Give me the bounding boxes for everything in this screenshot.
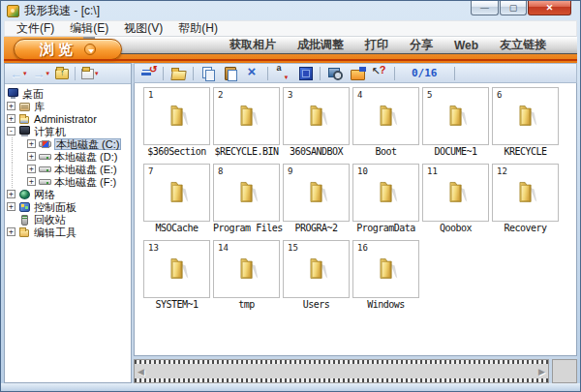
delete-button[interactable]: [243, 65, 262, 81]
folder-views-dropdown-icon[interactable]: ▾: [95, 70, 99, 77]
expander-plus-icon[interactable]: +: [7, 190, 15, 198]
folder-thumbnail[interactable]: 8Program Files: [213, 164, 280, 233]
tab-batch-adjust[interactable]: 成批调整: [287, 37, 354, 53]
folder-thumbnail[interactable]: 16Windows: [352, 240, 419, 310]
back-dropdown-icon[interactable]: ▾: [23, 70, 27, 77]
tree-item-network[interactable]: +网络: [7, 188, 131, 200]
folder-name: $360Section: [143, 146, 210, 157]
folder-icon: [374, 256, 399, 281]
tree-item-libraries[interactable]: +库: [7, 100, 131, 112]
preview-button[interactable]: [325, 65, 345, 81]
thumbnail-box: 12: [492, 164, 559, 222]
folder-thumbnail[interactable]: 10ProgramData: [352, 164, 419, 233]
tree-item-drive-d[interactable]: +本地磁盘 (D:): [7, 150, 131, 163]
tree-item-label: 桌面: [22, 88, 44, 100]
menu-item-view[interactable]: 视图(V): [116, 21, 170, 36]
sort-button[interactable]: [273, 65, 292, 81]
folder-views-button[interactable]: ▾: [80, 66, 100, 82]
folder-thumbnail[interactable]: 13SYSTEM~1: [143, 240, 210, 310]
mode-bar: 获取相片成批调整打印分享Web友立链接 浏览: [4, 37, 577, 63]
tab-print[interactable]: 打印: [354, 37, 399, 53]
app-logo-icon: [7, 5, 19, 17]
thumbnail-box: 11: [422, 164, 489, 222]
tree-item-drive-e[interactable]: +本地磁盘 (E:): [7, 163, 131, 175]
back-button[interactable]: ←▾: [9, 66, 28, 82]
filmstrip-left-arrow-icon[interactable]: ◀: [138, 367, 144, 377]
tree-item-computer[interactable]: -计算机: [7, 125, 131, 137]
chevron-down-icon[interactable]: [84, 44, 96, 55]
thumbnail-grid: 1$360Section2$RECYCLE.BIN3360SANDBOX4Boo…: [143, 87, 576, 310]
tab-share[interactable]: 分享: [399, 37, 443, 53]
folder-name: DOCUME~1: [422, 146, 489, 157]
minimize-button[interactable]: —: [471, 1, 499, 15]
folder-thumbnail[interactable]: 11Qoobox: [422, 164, 489, 233]
drive-icon: [39, 151, 51, 163]
forward-button[interactable]: →▾: [32, 66, 51, 82]
folder-thumbnail[interactable]: 6KRECYCLE: [492, 87, 559, 157]
expander-plus-icon[interactable]: +: [7, 102, 15, 110]
toolbar-separator: [454, 67, 455, 80]
expander-plus-icon[interactable]: +: [27, 152, 36, 161]
folder-thumbnail[interactable]: 1$360Section: [143, 87, 210, 157]
expander-plus-icon[interactable]: +: [27, 165, 36, 173]
filmstrip-scrollbar[interactable]: ◀ ▶: [134, 359, 549, 383]
close-button[interactable]: ✕: [528, 1, 571, 15]
folder-icon: [234, 256, 260, 281]
select-all-button[interactable]: [295, 65, 315, 81]
tree-item-administrator[interactable]: +Administrator: [7, 112, 131, 125]
folder-thumbnail[interactable]: 12Recovery: [492, 164, 559, 233]
folder-thumbnail[interactable]: 2$RECYCLE.BIN: [213, 87, 280, 157]
expander-minus-icon[interactable]: -: [7, 127, 15, 136]
maximize-button[interactable]: ▢: [500, 1, 527, 15]
folder-thumbnail[interactable]: 15Users: [283, 240, 350, 310]
expander-plus-icon[interactable]: +: [7, 227, 15, 236]
folder-icon: [443, 103, 469, 128]
tree-item-drive-c[interactable]: +本地磁盘 (C:): [7, 137, 131, 150]
up-folder-button[interactable]: [54, 66, 70, 82]
browse-button[interactable]: 浏览: [14, 39, 122, 60]
open-folder-icon: [170, 66, 187, 80]
tree-item-desktop[interactable]: 桌面: [7, 87, 131, 100]
toolbar-separator: [193, 67, 194, 80]
folder-icon: [165, 256, 190, 281]
tree-connector: [12, 163, 24, 175]
folder-thumbnail[interactable]: 9PROGRA~2: [283, 164, 350, 233]
thumbnail-size-button[interactable]: [138, 65, 158, 81]
tree-item-label: Administrator: [34, 113, 97, 125]
folder-thumbnail[interactable]: 14tmp: [213, 240, 280, 310]
folder-thumbnail[interactable]: 3360SANDBOX: [283, 87, 350, 157]
tree-item-label: 控制面板: [34, 201, 76, 213]
tree-item-drive-f[interactable]: +本地磁盘 (F:): [7, 175, 131, 188]
tab-web[interactable]: Web: [443, 39, 489, 52]
tree-item-control-panel[interactable]: +控制面板: [7, 200, 131, 213]
menu-item-file[interactable]: 文件(F): [9, 21, 62, 36]
tree-connector: [12, 137, 24, 150]
folder-icon: [443, 179, 469, 204]
expander-plus-icon[interactable]: +: [7, 202, 15, 211]
help-pointer-button[interactable]: [370, 65, 389, 81]
forward-dropdown-icon[interactable]: ▾: [46, 70, 50, 77]
filmstrip-right-arrow-icon[interactable]: ▶: [538, 367, 545, 377]
folder-thumbnail[interactable]: 4Boot: [352, 87, 419, 157]
folder-thumbnail[interactable]: 7MSOCache: [143, 164, 210, 233]
open-folder-button[interactable]: [168, 65, 188, 81]
tree-item-recycle-bin[interactable]: 回收站: [7, 213, 131, 226]
help-pointer-icon: [372, 66, 388, 80]
expander-plus-icon[interactable]: +: [27, 139, 36, 148]
paste-button[interactable]: [221, 65, 240, 81]
acquire-folder-button[interactable]: [348, 65, 367, 81]
folder-tree: 桌面+库+Administrator-计算机+本地磁盘 (C:)+本地磁盘 (D…: [5, 84, 131, 382]
tools-folder-icon: [18, 226, 31, 238]
tree-item-edit-tools[interactable]: +编辑工具: [7, 226, 131, 238]
menu-item-help[interactable]: 帮助(H): [170, 21, 226, 36]
copy-button[interactable]: [199, 65, 218, 81]
expander-plus-icon[interactable]: +: [27, 177, 36, 186]
tab-acquire-photo[interactable]: 获取相片: [219, 37, 287, 53]
tab-ulead-links[interactable]: 友立链接: [489, 37, 557, 53]
folder-thumbnail[interactable]: 5DOCUME~1: [422, 87, 489, 157]
thumbnail-number: 10: [357, 166, 368, 176]
window-body: ←▾→▾▾ 桌面+库+Administrator-计算机+本地磁盘 (C:)+本…: [4, 63, 577, 383]
menu-item-edit[interactable]: 编辑(E): [62, 21, 116, 36]
back-icon: ←: [10, 67, 22, 81]
expander-plus-icon[interactable]: +: [7, 114, 15, 123]
